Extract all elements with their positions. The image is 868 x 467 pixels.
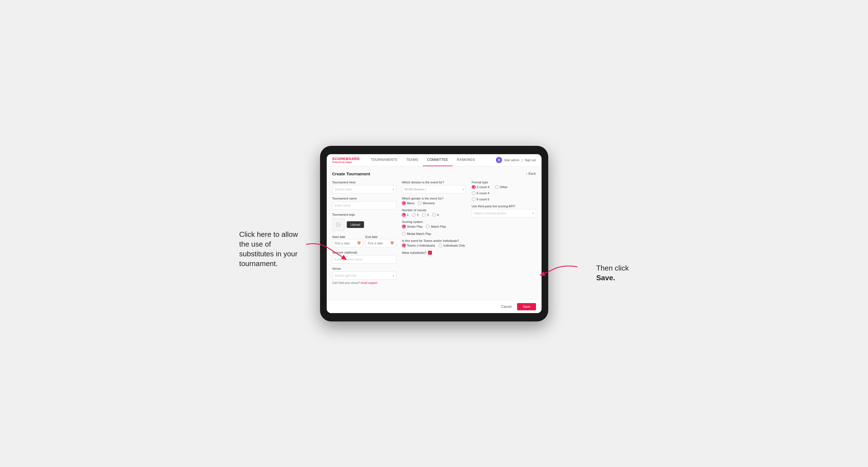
rounds-radio-group: 1 2 3 [402,213,466,217]
division-label: Which division is the event for? [402,181,466,184]
rounds-4[interactable]: 4 [432,213,439,217]
radio-2-circle [412,213,416,217]
radio-6count4-circle [472,191,475,195]
radio-match-circle [426,225,430,228]
radio-5count4-circle [472,185,475,189]
event-teams[interactable]: Teams (+Individuals) [402,244,435,247]
venue-label: Venue [332,267,397,270]
cancel-button[interactable]: Cancel [498,303,515,310]
tournament-name-input-wrapper [332,201,397,210]
gender-label: Which gender is the event for? [402,197,466,200]
rounds-2-label: 2 [417,213,418,217]
scoring-stroke-play[interactable]: Stroke Play [402,225,423,228]
scoring-match-play[interactable]: Match Play [426,225,446,228]
venue-help: Can't find your venue? email support [332,281,397,284]
nav-user: B blair admin | Sign out [496,157,536,163]
rounds-label: Number of rounds [402,209,466,212]
scoring-service-label: Use third-party live scoring API? [472,205,536,208]
event-individuals-label: Individuals Only [443,244,465,247]
scoring-match-label: Match Play [431,225,446,228]
sign-out-link[interactable]: Sign out [525,158,536,162]
tournament-name-input[interactable] [332,201,397,210]
nav-items: TOURNAMENTS TEAMS COMMITTEE RANKINGS [366,154,496,166]
format-6count4[interactable]: 6 count 4 [472,191,536,195]
save-button[interactable]: Save [517,303,536,310]
form-left-column: Tournament Host ▾ Tournament name [332,181,397,284]
event-teams-label: Teams (+Individuals) [407,244,435,247]
tournament-host-label: Tournament Host [332,181,397,184]
radio-mens-circle [402,201,406,205]
left-arrow-icon [303,239,353,267]
rounds-1-label: 1 [407,213,408,217]
left-annotation: Click here to allow the use of substitut… [239,229,306,269]
nav-committee[interactable]: COMMITTEE [423,154,453,166]
outer-wrapper: Click here to allow the use of substitut… [239,146,629,321]
scoring-medal-match[interactable]: Medal Match Play [402,232,431,236]
format-other[interactable]: Other [495,185,507,189]
substitutes-group: Allow substitutes? ✓ [402,251,466,255]
rounds-1[interactable]: 1 [402,213,408,217]
form-middle-column: Which division is the event for? NCAA Di… [402,181,466,284]
venue-input[interactable] [332,271,397,280]
logo-placeholder [332,218,344,231]
upload-button[interactable]: Upload [347,221,364,228]
format-5count4[interactable]: 5 count 4 [472,185,489,189]
format-type-group: Format type 5 count 4 Other [472,181,536,201]
logo-score: SCORE [332,157,346,161]
division-input-wrapper: NCAA Division I ▾ [402,185,466,193]
format-6count5[interactable]: 6 count 5 [472,197,536,201]
nav-teams[interactable]: TEAMS [402,154,423,166]
scoring-medal-label: Medal Match Play [407,232,431,236]
gender-womens[interactable]: Womens [418,201,435,205]
substitutes-label: Allow substitutes? [402,251,426,254]
end-date-label: End date [365,235,378,239]
app-logo: SCOREBOARD Powered by clippd [332,157,360,163]
calendar-icon-2: 📅 [390,241,394,245]
start-date-label: Start date [332,235,346,239]
scoring-system-label: Scoring system [402,220,466,223]
scoring-service-select[interactable] [472,209,536,217]
event-individuals[interactable]: Individuals Only [438,244,465,247]
venue-input-wrapper: ▾ [332,271,397,280]
radio-other-circle [495,185,499,189]
scoring-service-group: Use third-party live scoring API? Select… [472,205,536,217]
end-date-group: End date 📅 [365,234,396,247]
svg-point-1 [337,223,338,224]
rounds-3-label: 3 [427,213,429,217]
rounds-3[interactable]: 3 [422,213,429,217]
back-button[interactable]: ‹ Back [526,172,536,176]
page-content: Create Tournament ‹ Back Tournament Host [327,166,541,300]
tournament-host-input-wrapper: ▾ [332,185,397,193]
venue-group: Venue ▾ Can't find your venue? email sup… [332,267,397,284]
right-annotation: Then click Save. [596,263,629,283]
radio-3-circle [422,213,426,217]
radio-womens-circle [418,201,422,205]
page-title: Create Tournament [332,172,370,176]
division-select[interactable]: NCAA Division I [402,185,466,193]
logo-board: BOARD [346,157,360,161]
rounds-4-label: 4 [437,213,439,217]
format-options: 5 count 4 Other 6 count 4 [472,185,536,201]
substitutes-checkbox[interactable]: ✓ [428,251,432,255]
scoring-service-wrapper: Select a scoring service ▾ [472,209,536,217]
end-date-wrapper: 📅 [365,239,396,247]
venue-email-link[interactable]: email support [361,281,377,284]
format-type-label: Format type [472,181,536,184]
tournament-host-input[interactable] [332,185,397,193]
tablet-device: SCOREBOARD Powered by clippd TOURNAMENTS… [320,146,548,321]
nav-tournaments[interactable]: TOURNAMENTS [366,154,402,166]
gender-mens[interactable]: Mens [402,201,414,205]
rounds-2[interactable]: 2 [412,213,418,217]
avatar: B [496,157,502,163]
gender-group: Which gender is the event for? Mens Wome… [402,197,466,205]
tablet-screen: SCOREBOARD Powered by clippd TOURNAMENTS… [327,154,541,313]
user-name: blair admin [504,158,519,162]
format-5count4-label: 5 count 4 [477,185,489,189]
page-header: Create Tournament ‹ Back [332,172,536,176]
nav-rankings[interactable]: RANKINGS [453,154,479,166]
scoring-system-radio-group: Stroke Play Match Play Medal Match Play [402,225,466,236]
logo-powered-text: Powered by [332,161,345,163]
form-grid: Tournament Host ▾ Tournament name [332,181,536,284]
tournament-name-group: Tournament name [332,197,397,210]
tournament-logo-label: Tournament logo [332,213,397,216]
